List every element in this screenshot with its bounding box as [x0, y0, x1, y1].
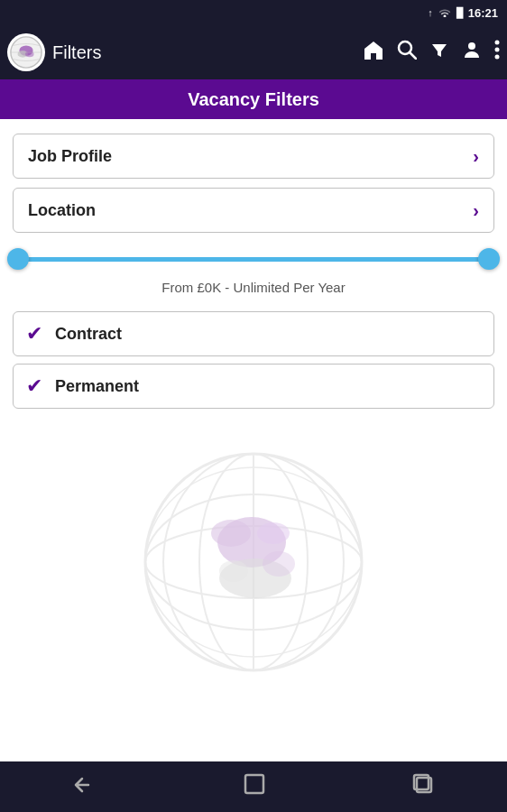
job-profile-label: Job Profile — [28, 147, 112, 166]
recent-apps-button[interactable] — [411, 772, 435, 802]
svg-point-20 — [211, 520, 251, 547]
location-chevron-icon: › — [473, 200, 479, 221]
svg-point-24 — [263, 551, 295, 577]
job-profile-filter[interactable]: Job Profile › — [13, 134, 494, 179]
contract-checkmark-icon: ✔ — [26, 322, 42, 346]
permanent-checkmark-icon: ✔ — [26, 374, 42, 398]
globe-watermark — [13, 436, 494, 688]
contract-checkbox-row[interactable]: ✔ Contract — [13, 311, 494, 356]
svg-point-23 — [219, 560, 248, 582]
user-icon[interactable] — [462, 40, 482, 65]
salary-slider[interactable] — [18, 245, 489, 272]
top-nav: Filters — [0, 25, 507, 79]
svg-point-11 — [495, 55, 500, 60]
status-time: 16:21 — [468, 6, 498, 20]
svg-line-7 — [410, 52, 416, 59]
slider-thumb-right[interactable] — [478, 248, 500, 270]
svg-point-9 — [495, 41, 500, 45]
search-icon[interactable] — [397, 40, 417, 65]
slider-track — [18, 257, 489, 262]
location-label: Location — [28, 201, 96, 220]
filter-icon[interactable] — [429, 40, 449, 65]
home-icon[interactable] — [363, 40, 384, 65]
permanent-label: Permanent — [55, 377, 139, 396]
nav-icons — [363, 40, 500, 65]
more-icon[interactable] — [494, 40, 500, 65]
wifi-icon — [438, 6, 452, 19]
svg-point-21 — [257, 522, 290, 544]
salary-section: From £0K - Unlimited Per Year — [13, 245, 494, 295]
nav-title: Filters — [52, 42, 355, 63]
back-button[interactable] — [72, 773, 97, 801]
signal-icon: ↑ — [428, 7, 433, 18]
contract-label: Contract — [55, 325, 122, 344]
bottom-nav — [0, 761, 507, 812]
status-bar-icons: ↑ ▉ 16:21 — [428, 6, 498, 20]
salary-range-label: From £0K - Unlimited Per Year — [18, 280, 489, 295]
vacancy-filters-title: Vacancy Filters — [188, 89, 319, 110]
job-profile-chevron-icon: › — [473, 146, 479, 167]
svg-point-8 — [468, 42, 475, 50]
contract-type-section: ✔ Contract ✔ Permanent — [13, 311, 494, 409]
svg-rect-25 — [245, 775, 263, 793]
location-filter[interactable]: Location › — [13, 188, 494, 233]
main-content: Job Profile › Location › From £0K - Unli… — [0, 119, 507, 688]
slider-thumb-left[interactable] — [7, 248, 29, 270]
svg-point-10 — [495, 48, 500, 52]
battery-icon: ▉ — [456, 7, 464, 19]
permanent-checkbox-row[interactable]: ✔ Permanent — [13, 364, 494, 409]
header-band: Vacancy Filters — [0, 79, 507, 119]
app-logo — [7, 33, 45, 71]
home-button[interactable] — [243, 772, 266, 802]
status-bar: ↑ ▉ 16:21 — [0, 0, 507, 25]
